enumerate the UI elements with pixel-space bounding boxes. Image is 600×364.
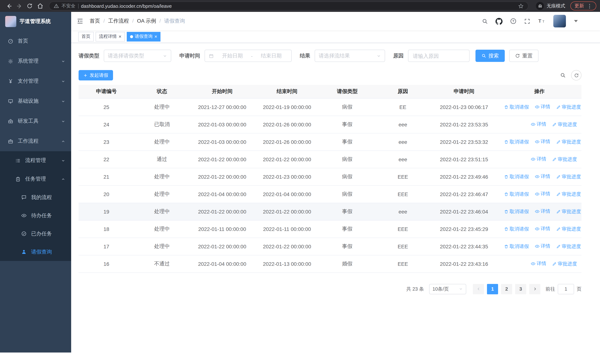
cell-status: 不通过 xyxy=(134,255,190,272)
sidebar-item-todo-tasks[interactable]: 待办任务 xyxy=(0,206,71,225)
font-size-icon[interactable]: TT xyxy=(538,18,546,24)
toggle-search-icon[interactable] xyxy=(560,72,566,78)
approval-progress-link[interactable]: 审批进度 xyxy=(556,226,581,233)
sidebar-item-infrastructure[interactable]: 基础设施 xyxy=(0,91,71,111)
approval-progress-link[interactable]: 审批进度 xyxy=(556,173,581,180)
help-icon[interactable]: ? xyxy=(510,18,517,24)
detail-link[interactable]: 详情 xyxy=(535,243,550,250)
sidebar-item-payment[interactable]: 支付管理 xyxy=(0,71,71,91)
leave-type-select[interactable]: 请选择请假类型 xyxy=(104,50,171,62)
reset-button[interactable]: 重置 xyxy=(509,50,538,62)
detail-link[interactable]: 详情 xyxy=(531,156,546,163)
col-reason: 原因 xyxy=(375,85,431,98)
reload-button[interactable] xyxy=(24,1,35,11)
table-row[interactable]: 16 不通过 2022-01-04 00:00:00 2022-01-13 00… xyxy=(79,255,581,272)
pen-icon xyxy=(556,105,561,109)
prev-page-button[interactable] xyxy=(473,284,484,294)
close-icon[interactable] xyxy=(154,34,157,39)
tab-process-detail[interactable]: 流程详情 xyxy=(96,32,125,41)
table-row[interactable]: 24 已取消 2022-01-03 00:00:00 2022-01-26 00… xyxy=(79,116,581,133)
cell-type: 病假 xyxy=(319,168,375,185)
approval-progress-link[interactable]: 审批进度 xyxy=(556,104,581,111)
cell-applied: 2022-01-22 23:46:47 xyxy=(431,185,497,203)
cancel-leave-link[interactable]: 取消请假 xyxy=(504,226,529,233)
detail-link[interactable]: 详情 xyxy=(531,121,546,128)
browser-update-button[interactable]: 更新 xyxy=(570,1,596,10)
cancel-leave-link[interactable]: 取消请假 xyxy=(504,104,529,111)
sidebar-item-devtools[interactable]: 研发工具 xyxy=(0,111,71,131)
avatar[interactable] xyxy=(553,15,566,28)
table-row[interactable]: 21 处理中 2022-01-22 00:00:00 2022-01-23 00… xyxy=(79,168,581,185)
search-button[interactable]: 搜索 xyxy=(476,50,505,62)
sidebar-item-workflow[interactable]: 工作流程 xyxy=(0,131,71,151)
table-row[interactable]: 23 处理中 2022-01-03 00:00:00 2022-01-26 00… xyxy=(79,133,581,150)
sidebar-item-leave-query[interactable]: 请假查询 xyxy=(0,243,71,261)
page-button-1[interactable]: 1 xyxy=(487,284,498,294)
sidebar-item-task-management[interactable]: 任务管理 xyxy=(0,170,71,188)
detail-link[interactable]: 详情 xyxy=(531,260,546,267)
approval-progress-link[interactable]: 审批进度 xyxy=(552,156,577,163)
table-row[interactable]: 18 处理中 2022-01-11 00:00:00 2022-01-11 00… xyxy=(79,220,581,238)
address-bar[interactable]: 不安全 dashboard.yudao.iocoder.cn/bpm/oa/le… xyxy=(49,1,528,10)
breadcrumb-item[interactable]: 工作流程 xyxy=(108,18,134,24)
cancel-leave-link[interactable]: 取消请假 xyxy=(504,208,529,215)
sidebar-item-my-process[interactable]: 我的流程 xyxy=(0,188,71,206)
breadcrumb-item[interactable]: 首页 xyxy=(90,18,105,24)
page-button-2[interactable]: 2 xyxy=(501,284,512,294)
detail-link[interactable]: 详情 xyxy=(535,139,550,145)
pen-icon xyxy=(556,209,561,214)
goto-page-input[interactable] xyxy=(558,284,574,294)
approval-progress-link[interactable]: 审批进度 xyxy=(552,261,577,267)
collapse-sidebar-icon[interactable] xyxy=(76,18,84,25)
approval-progress-link[interactable]: 审批进度 xyxy=(552,121,577,128)
forward-button[interactable] xyxy=(14,1,24,11)
header-search-icon[interactable] xyxy=(482,18,488,24)
result-select[interactable]: 请选择流结果 xyxy=(315,50,385,62)
detail-link[interactable]: 详情 xyxy=(535,208,550,215)
approval-progress-link[interactable]: 审批进度 xyxy=(556,191,581,197)
approval-progress-link[interactable]: 审批进度 xyxy=(556,243,581,250)
approval-progress-link[interactable]: 审批进度 xyxy=(556,208,581,215)
table-row[interactable]: 25 处理中 2021-12-27 00:00:00 2022-01-19 00… xyxy=(79,98,581,116)
workflow-submenu: 流程管理 任务管理 我的流程 xyxy=(0,151,71,261)
avatar-caret-icon[interactable] xyxy=(574,20,578,22)
cell-reason: eee xyxy=(375,116,431,133)
refresh-table-button[interactable] xyxy=(571,70,581,80)
cell-type: 事假 xyxy=(319,116,375,133)
back-button[interactable] xyxy=(4,1,14,11)
detail-link[interactable]: 详情 xyxy=(535,191,550,197)
sidebar-item-process-management[interactable]: 流程管理 xyxy=(0,151,71,170)
tab-home[interactable]: 首页 xyxy=(78,32,94,41)
create-leave-button[interactable]: 发起请假 xyxy=(79,70,113,80)
tab-leave-query[interactable]: 请假查询 xyxy=(127,32,160,41)
close-icon[interactable] xyxy=(119,34,121,39)
cancel-leave-link[interactable]: 取消请假 xyxy=(504,243,529,250)
page-button-3[interactable]: 3 xyxy=(515,284,526,294)
sidebar-item-done-tasks[interactable]: 已办任务 xyxy=(0,225,71,243)
approval-progress-link[interactable]: 审批进度 xyxy=(556,139,581,145)
github-icon[interactable] xyxy=(496,18,503,25)
chevron-down-icon xyxy=(61,79,65,83)
next-page-button[interactable] xyxy=(529,284,540,294)
page-size-select[interactable]: 10条/页 xyxy=(429,284,466,294)
reason-input[interactable] xyxy=(412,52,466,59)
detail-link[interactable]: 详情 xyxy=(535,173,550,180)
breadcrumb-item[interactable]: OA 示例 xyxy=(137,18,161,24)
cancel-leave-link[interactable]: 取消请假 xyxy=(504,173,529,180)
sidebar-item-home[interactable]: 首页 xyxy=(0,31,71,51)
cancel-leave-link[interactable]: 取消请假 xyxy=(504,139,529,145)
home-button[interactable] xyxy=(35,1,45,11)
browser-menu-icon[interactable] xyxy=(587,3,592,9)
table-row[interactable]: 20 处理中 2022-01-04 00:00:00 2022-01-04 00… xyxy=(79,185,581,203)
fullscreen-icon[interactable] xyxy=(524,18,530,24)
cell-actions: 取消请假 详情 审批进度 xyxy=(497,185,581,203)
cancel-leave-link[interactable]: 取消请假 xyxy=(504,191,529,197)
detail-link[interactable]: 详情 xyxy=(535,225,550,232)
sidebar-item-system[interactable]: 系统管理 xyxy=(0,51,71,71)
table-row[interactable]: 22 通过 2022-01-22 00:00:00 2022-01-22 00:… xyxy=(79,150,581,168)
table-row[interactable]: 19 处理中 2022-01-22 00:00:00 2022-01-22 00… xyxy=(79,203,581,220)
detail-link[interactable]: 详情 xyxy=(535,104,550,110)
table-row[interactable]: 17 处理中 2022-01-22 00:00:00 2022-01-22 00… xyxy=(79,238,581,255)
bookmark-star-icon[interactable] xyxy=(518,3,524,9)
apply-time-range-picker[interactable]: 开始日期 - 结束日期 xyxy=(205,50,292,62)
